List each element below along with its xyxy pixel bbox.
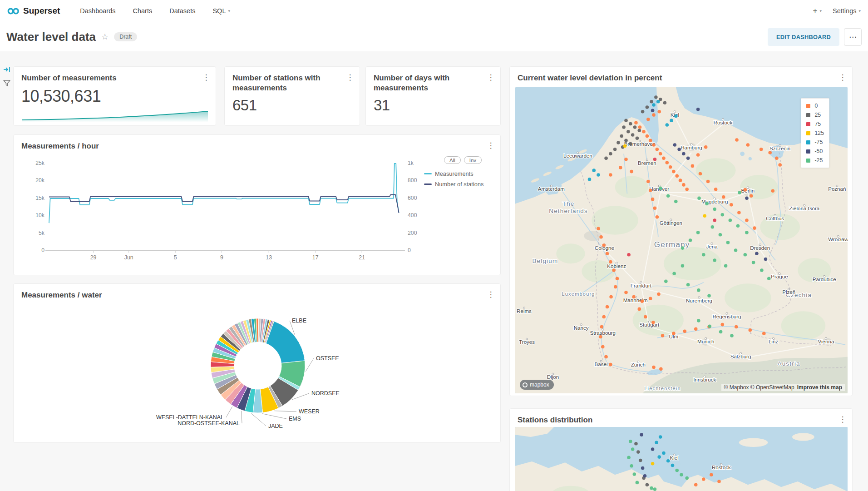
legend-item-number-of-stations[interactable]: Number of stations: [424, 181, 483, 188]
svg-text:ELBE: ELBE: [292, 317, 306, 324]
svg-text:9: 9: [220, 254, 223, 261]
map-image: TheNetherlandsBelgiumLuxembourgGermanyCz…: [515, 87, 848, 393]
svg-text:13: 13: [266, 254, 272, 261]
svg-text:0: 0: [41, 247, 44, 253]
card-menu-button[interactable]: ⋮: [200, 71, 212, 83]
map-legend-item: -50: [806, 148, 824, 154]
nav-item-charts[interactable]: Charts: [133, 7, 153, 15]
card-menu-button[interactable]: ⋮: [485, 139, 497, 151]
svg-text:20k: 20k: [35, 177, 45, 184]
main-nav: DashboardsChartsDatasetsSQL▾: [80, 7, 230, 15]
svg-text:15k: 15k: [35, 195, 45, 201]
card-title: Measurements / water: [21, 290, 102, 300]
svg-text:Linz: Linz: [769, 339, 778, 344]
svg-text:Rostock: Rostock: [712, 464, 731, 470]
svg-text:200: 200: [408, 230, 417, 236]
kpi-card-days: Number of days with measurements ⋮ 31: [365, 66, 501, 126]
svg-text:WESEL-DATTELN-KANAL: WESEL-DATTELN-KANAL: [156, 414, 224, 421]
svg-text:0: 0: [408, 247, 411, 253]
svg-text:Reims: Reims: [517, 308, 532, 314]
svg-text:1k: 1k: [408, 160, 414, 166]
nav-item-datasets[interactable]: Datasets: [169, 7, 195, 15]
filter-icon[interactable]: [2, 79, 12, 89]
card-menu-button[interactable]: ⋮: [344, 71, 356, 83]
svg-text:400: 400: [408, 212, 417, 218]
legend-item-measurements[interactable]: Measurements: [424, 170, 483, 177]
expand-filter-bar-button[interactable]: [2, 65, 12, 75]
map-legend-item: 25: [806, 112, 824, 118]
card-title: Stations distribution: [518, 415, 592, 425]
nav-item-dashboards[interactable]: Dashboards: [80, 7, 115, 15]
svg-text:600: 600: [408, 195, 417, 201]
legend-swatch: [806, 113, 810, 117]
settings-menu-button[interactable]: Settings ▾: [833, 7, 861, 15]
svg-text:JADE: JADE: [268, 423, 283, 429]
nav-item-sql[interactable]: SQL▾: [212, 7, 230, 15]
svg-text:Germany: Germany: [654, 240, 690, 249]
map-legend-item: 125: [806, 130, 824, 136]
map-canvas[interactable]: KielRostock: [515, 427, 848, 491]
legend-swatch: [806, 140, 810, 144]
legend-swatch: [806, 159, 810, 163]
arrow-to-bar-icon: [2, 65, 11, 74]
legend-swatch: [806, 104, 810, 108]
svg-text:Luxembourg: Luxembourg: [562, 291, 595, 297]
legend-swatch: [424, 173, 432, 174]
svg-text:Hamburg: Hamburg: [681, 145, 702, 150]
svg-text:Stuttgart: Stuttgart: [639, 322, 660, 327]
navbar: Superset DashboardsChartsDatasetsSQL▾ + …: [0, 0, 868, 22]
improve-map-link[interactable]: Improve this map: [797, 384, 842, 391]
mapbox-logo[interactable]: mapbox: [520, 380, 554, 390]
svg-text:Cottbus: Cottbus: [766, 216, 784, 221]
svg-text:Nancy: Nancy: [574, 325, 589, 331]
status-badge: Draft: [114, 32, 137, 41]
svg-text:Bremen: Bremen: [638, 160, 656, 166]
legend-toggle-group: AllInv: [444, 156, 482, 164]
svg-text:WESER: WESER: [299, 408, 320, 415]
map-legend-item: 75: [806, 121, 824, 127]
svg-text:NORDSEE: NORDSEE: [311, 390, 340, 397]
kpi-value: 31: [374, 97, 390, 114]
legend-toggle-all[interactable]: All: [444, 156, 461, 164]
map-card-stations-distribution: Stations distribution ⋮ KielRostock: [509, 408, 853, 491]
svg-text:Prague: Prague: [771, 274, 788, 279]
card-menu-button[interactable]: ⋮: [837, 413, 848, 425]
card-title: Current water level deviation in percent: [518, 73, 662, 83]
legend-swatch: [424, 184, 432, 185]
chevron-down-icon: ▾: [858, 9, 861, 13]
map-image: KielRostock: [515, 427, 848, 491]
svg-text:Munich: Munich: [697, 339, 714, 344]
svg-text:Strasbourg: Strasbourg: [590, 330, 616, 336]
map-legend-item: -75: [806, 139, 824, 145]
new-menu-button[interactable]: + ▾: [813, 6, 822, 15]
svg-text:Mannheim: Mannheim: [623, 298, 648, 303]
svg-text:Kiel: Kiel: [670, 455, 678, 461]
card-menu-button[interactable]: ⋮: [485, 71, 497, 83]
legend-swatch: [806, 131, 810, 135]
svg-text:25k: 25k: [35, 160, 45, 166]
donut-chart: ELBEOSTSEENORDSEEWESEREMSJADENORD-OSTSEE…: [14, 284, 501, 443]
svg-text:Vienna: Vienna: [818, 339, 834, 344]
svg-text:Wrocław: Wrocław: [828, 237, 848, 242]
svg-text:Troyes: Troyes: [519, 339, 535, 345]
svg-text:Amsterdam: Amsterdam: [538, 186, 565, 192]
card-menu-button[interactable]: ⋮: [485, 288, 497, 300]
svg-text:Plzeň: Plzeň: [782, 289, 795, 295]
edit-dashboard-button[interactable]: EDIT DASHBOARD: [768, 28, 839, 46]
legend-toggle-inv[interactable]: Inv: [464, 156, 482, 164]
favorite-star-icon[interactable]: ☆: [101, 32, 108, 42]
card-menu-button[interactable]: ⋮: [837, 71, 848, 83]
svg-text:Belgium: Belgium: [532, 258, 558, 264]
kpi-card-stations: Number of stations with measurements ⋮ 6…: [224, 66, 360, 126]
svg-text:17: 17: [312, 254, 319, 261]
svg-text:Austria: Austria: [778, 360, 800, 367]
map-attribution: © Mapbox © OpenStreetMap Improve this ma…: [721, 384, 845, 391]
map-canvas[interactable]: TheNetherlandsBelgiumLuxembourgGermanyCz…: [515, 87, 848, 393]
kpi-value: 651: [232, 97, 257, 114]
dashboard-header: Water level data ☆ Draft EDIT DASHBOARD …: [0, 22, 868, 51]
svg-text:Jun: Jun: [124, 254, 133, 261]
superset-logo[interactable]: Superset: [7, 6, 60, 16]
chart-legend: MeasurementsNumber of stations: [424, 170, 483, 188]
kpi-value: 10,530,631: [21, 87, 101, 106]
dashboard-menu-button[interactable]: ⋯: [844, 28, 862, 46]
